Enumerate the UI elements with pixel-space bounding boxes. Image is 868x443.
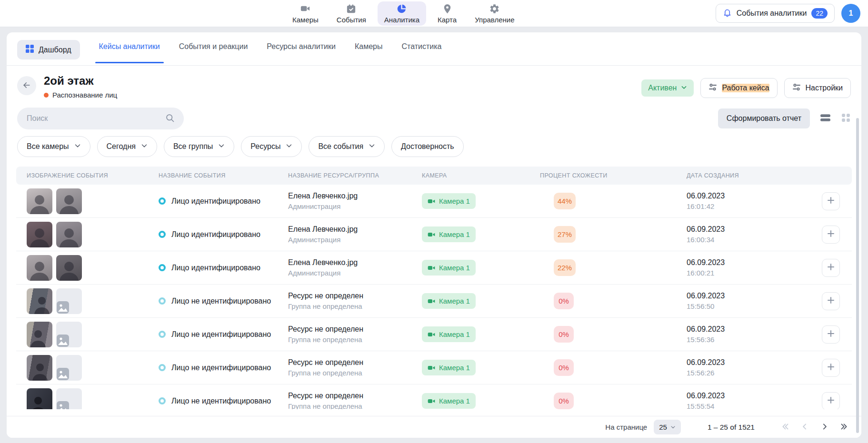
table-row[interactable]: Лицо не идентифицировано Ресурс не опред… — [16, 384, 852, 409]
map-pin-icon — [442, 3, 453, 14]
nav-item-management[interactable]: Управление — [468, 1, 521, 26]
tab-events-reactions[interactable]: События и реакции — [179, 42, 248, 63]
per-page-value: 25 — [659, 423, 667, 431]
event-photo[interactable] — [27, 322, 52, 347]
add-button[interactable] — [822, 192, 840, 210]
event-time: 15:56:50 — [687, 302, 809, 310]
table-header: ИЗОБРАЖЕНИЕ СОБЫТИЯ НАЗВАНИЕ СОБЫТИЯ НАЗ… — [16, 167, 852, 185]
event-photo[interactable] — [27, 222, 52, 247]
event-photo[interactable] — [56, 255, 82, 281]
case-settings-button[interactable]: Настройки — [784, 78, 851, 98]
tab-cameras[interactable]: Камеры — [355, 42, 383, 63]
nav-item-map[interactable]: Карта — [431, 1, 463, 26]
event-photo[interactable] — [27, 388, 52, 410]
filter-all-cameras[interactable]: Все камеры — [17, 136, 90, 157]
similarity-percent: 0% — [554, 393, 574, 409]
event-photo[interactable] — [27, 188, 52, 214]
event-date: 06.09.2023 — [687, 225, 809, 234]
event-time: 16:01:42 — [687, 202, 809, 210]
events-table: ИЗОБРАЖЕНИЕ СОБЫТИЯ НАЗВАНИЕ СОБЫТИЯ НАЗ… — [16, 167, 852, 409]
table-row[interactable]: Лицо идентифицировано Елена Левченко.jpg… — [16, 218, 852, 251]
back-button[interactable] — [17, 76, 36, 95]
filter-label: Все камеры — [27, 142, 69, 151]
camera-badge[interactable]: Камера 1 — [422, 360, 476, 375]
add-button[interactable] — [822, 226, 840, 244]
event-photo[interactable] — [56, 188, 82, 214]
camera-badge[interactable]: Камера 1 — [422, 193, 476, 209]
event-photo[interactable] — [56, 222, 82, 247]
table-row[interactable]: Лицо не идентифицировано Ресурс не опред… — [16, 351, 852, 384]
column-header: НАЗВАНИЕ СОБЫТИЯ — [159, 172, 288, 179]
camera-badge[interactable]: Камера 1 — [422, 293, 476, 309]
add-button[interactable] — [822, 325, 840, 344]
tab-analytics-cases[interactable]: Кейсы аналитики — [99, 42, 160, 63]
nav-item-events[interactable]: События — [330, 1, 373, 26]
grid-view-button[interactable] — [841, 113, 851, 124]
user-avatar[interactable]: 1 — [841, 4, 860, 23]
tab-analytics-resources[interactable]: Ресурсы аналитики — [267, 42, 336, 63]
case-work-label: Работа кейса — [722, 84, 769, 92]
case-work-button[interactable]: Работа кейса — [700, 78, 777, 98]
image-placeholder-icon — [56, 388, 82, 410]
resource-group: Группа не определена — [288, 402, 422, 409]
image-placeholder-icon — [56, 355, 82, 381]
filter-all-groups[interactable]: Все группы — [164, 136, 234, 157]
pagination-next-button[interactable] — [820, 423, 828, 432]
case-type-label: Распознавание лиц — [52, 91, 117, 99]
case-status-dropdown[interactable]: Активен — [641, 79, 694, 97]
resource-name: Ресурс не определен — [288, 392, 422, 400]
pagination-prev-button[interactable] — [801, 423, 809, 432]
pagination-first-button[interactable] — [781, 423, 789, 432]
search-input[interactable] — [17, 108, 184, 129]
camera-label: Камера 1 — [439, 364, 470, 372]
add-button[interactable] — [822, 359, 840, 377]
resource-group: Администрация — [288, 202, 422, 210]
generate-report-button[interactable]: Сформировать отчет — [718, 108, 810, 128]
event-name: Лицо идентифицировано — [171, 230, 260, 239]
resource-group: Группа не определена — [288, 302, 422, 310]
plus-icon — [827, 363, 835, 372]
camera-badge[interactable]: Камера 1 — [422, 326, 476, 342]
tab-statistics[interactable]: Статистика — [401, 42, 441, 63]
image-placeholder-icon — [56, 288, 82, 314]
nav-item-analytics[interactable]: Аналитика — [378, 1, 426, 26]
event-status-icon — [159, 397, 166, 404]
list-view-button[interactable] — [819, 113, 831, 124]
add-button[interactable] — [822, 259, 840, 277]
camera-badge[interactable]: Камера 1 — [422, 226, 476, 242]
pagination-bar: На странице 25 1 – 25 of 1521 — [7, 416, 861, 438]
event-time: 15:55:54 — [687, 402, 809, 409]
event-photo[interactable] — [27, 355, 52, 381]
nav-item-cameras[interactable]: Камеры — [286, 1, 325, 26]
gear-icon — [489, 3, 500, 14]
filter-date[interactable]: Сегодня — [97, 136, 157, 157]
camera-badge[interactable]: Камера 1 — [422, 393, 476, 409]
add-button[interactable] — [822, 392, 840, 410]
filter-all-events[interactable]: Все события — [309, 136, 385, 157]
table-row[interactable]: Лицо не идентифицировано Ресурс не опред… — [16, 318, 852, 351]
tab-dashboard[interactable]: Дашборд — [17, 40, 80, 59]
nav-label: События — [337, 16, 366, 24]
table-row[interactable]: Лицо не идентифицировано Ресурс не опред… — [16, 285, 852, 318]
event-photo[interactable] — [27, 255, 52, 281]
per-page-select[interactable]: 25 — [654, 420, 681, 434]
event-time: 16:00:21 — [687, 269, 809, 277]
event-photo[interactable] — [27, 288, 52, 314]
camera-badge[interactable]: Камера 1 — [422, 260, 476, 276]
table-body: Лицо идентифицировано Елена Левченко.jpg… — [16, 185, 852, 409]
analytics-events-button[interactable]: События аналитики 22 — [716, 4, 835, 23]
nav-label: Управление — [475, 16, 514, 24]
filter-resources[interactable]: Ресурсы — [241, 136, 302, 157]
event-status-icon — [159, 364, 166, 371]
scrollbar[interactable] — [856, 118, 859, 433]
search-box — [17, 108, 184, 129]
event-date: 06.09.2023 — [687, 325, 809, 334]
add-button[interactable] — [822, 292, 840, 310]
table-row[interactable]: Лицо идентифицировано Елена Левченко.jpg… — [16, 185, 852, 218]
filter-confidence[interactable]: Достоверность — [391, 136, 463, 157]
similarity-percent: 0% — [554, 359, 574, 376]
resource-name: Ресурс не определен — [288, 358, 422, 367]
pagination-last-button[interactable] — [840, 423, 848, 432]
chevron-down-icon — [218, 142, 225, 151]
table-row[interactable]: Лицо идентифицировано Елена Левченко.jpg… — [16, 251, 852, 285]
